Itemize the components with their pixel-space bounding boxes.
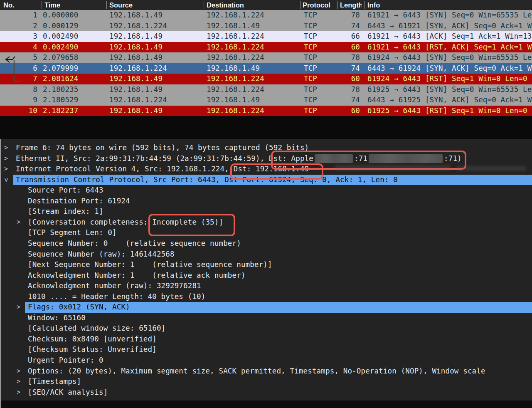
cell-info: 61924 → 6443 [RST] Seq=1 Win=0 Len=0 (367, 74, 532, 84)
chevron-down-icon[interactable]: > (1, 178, 12, 182)
detail-line[interactable]: [Next Sequence Number: 1 (relative seque… (1, 260, 532, 270)
chevron-right-icon[interactable]: > (4, 143, 8, 153)
cell-proto: TCP (304, 74, 317, 84)
column-separator[interactable] (204, 1, 204, 9)
chevron-right-icon[interactable]: > (17, 366, 20, 377)
column-header-destination[interactable]: Destination (207, 0, 298, 10)
packet-row-7[interactable]: 72.081624192.168.1.49192.168.1.224TCP606… (0, 74, 532, 84)
pane-splitter-gap[interactable] (0, 116, 532, 139)
cell-src: 192.168.1.49 (109, 31, 163, 42)
cell-len: 74 (323, 63, 360, 74)
cell-no: 10 (0, 106, 37, 116)
cell-no: 8 (0, 84, 37, 95)
cell-time: 2.079658 (43, 52, 79, 63)
detail-line[interactable]: Acknowledgment Number: 1 (relative ack n… (1, 270, 532, 281)
redaction-smear (335, 165, 451, 171)
cell-src: 192.168.1.224 (109, 95, 167, 106)
detail-line[interactable]: >Options: (20 bytes), Maximum segment si… (1, 366, 532, 377)
detail-line[interactable]: >Internet Protocol Version 4, Src: 192.1… (1, 164, 532, 175)
detail-line[interactable]: Acknowledgment number (raw): 3292976281 (1, 281, 532, 292)
detail-line[interactable]: >[SEQ/ACK analysis] (1, 387, 532, 398)
detail-line[interactable]: [Checksum Status: Unverified] (1, 344, 532, 355)
cell-dst: 192.168.1.224 (207, 10, 264, 21)
redacted-blur (315, 154, 353, 163)
column-separator[interactable] (106, 1, 107, 9)
cell-proto: TCP (304, 21, 317, 32)
detail-text: [TCP Segment Len: 0] (28, 227, 117, 238)
packet-row-8[interactable]: 82.180235192.168.1.49192.168.1.224TCP786… (0, 84, 532, 95)
cell-proto: TCP (304, 42, 317, 53)
wireshark-window: No.TimeSourceDestinationProtocolLengthIn… (0, 0, 532, 408)
detail-line[interactable]: 1010 .... = Header Length: 40 bytes (10) (1, 292, 532, 302)
detail-text: [Calculated window size: 65160] (28, 323, 165, 334)
detail-line[interactable]: >[Conversation completeness: Incomplete … (1, 217, 532, 228)
detail-line[interactable]: >[Timestamps] (1, 376, 532, 387)
detail-line[interactable]: Source Port: 6443 (1, 185, 532, 196)
chevron-right-icon[interactable]: > (17, 387, 20, 398)
cell-len: 78 (323, 52, 360, 63)
detail-line[interactable]: >Frame 6: 74 bytes on wire (592 bits), 7… (1, 143, 532, 153)
cell-dst: 192.168.1.49 (207, 95, 260, 106)
cell-info: 6443 → 61921 [SYN, ACK] Seq=0 Ack=1 Win=… (367, 21, 532, 32)
packet-row-1[interactable]: 10.000000192.168.1.49192.168.1.224TCP786… (0, 10, 532, 21)
detail-line[interactable]: Destination Port: 61924 (1, 196, 532, 207)
column-header-info[interactable]: Info (367, 0, 525, 10)
detail-line[interactable]: >Flags: 0x012 (SYN, ACK) (1, 302, 532, 313)
packet-row-3[interactable]: 30.002490192.168.1.49192.168.1.224TCP666… (0, 31, 532, 42)
detail-line[interactable]: [Stream index: 1] (1, 206, 532, 217)
column-separator[interactable] (365, 1, 365, 9)
detail-text: [Checksum Status: Unverified] (28, 344, 157, 355)
cell-proto: TCP (304, 52, 317, 63)
packet-row-6[interactable]: 62.079999192.168.1.224192.168.1.49TCP746… (0, 63, 532, 74)
detail-line[interactable]: Sequence Number (raw): 1461442568 (1, 249, 532, 260)
column-separator[interactable] (300, 1, 300, 9)
redacted-blur (369, 154, 443, 163)
cell-len: 66 (323, 31, 360, 42)
cell-dst: 192.168.1.224 (207, 74, 264, 84)
chevron-right-icon[interactable]: > (17, 302, 20, 313)
cell-dst: 192.168.1.224 (207, 84, 264, 95)
cell-src: 192.168.1.49 (109, 42, 163, 53)
column-header-time[interactable]: Time (44, 0, 105, 10)
cell-info: 61924 → 6443 [SYN] Seq=0 Win=65535 Len=0… (367, 52, 532, 63)
cell-len: 74 (323, 95, 360, 106)
detail-line[interactable]: >Ethernet II, Src: 2a:99:31:7b:44:59 (2a… (1, 153, 532, 164)
detail-line[interactable]: [Calculated window size: 65160] (1, 323, 532, 334)
column-separator[interactable] (337, 1, 338, 9)
cell-src: 192.168.1.49 (109, 84, 163, 95)
chevron-right-icon[interactable]: > (17, 217, 20, 228)
chevron-right-icon[interactable]: > (17, 376, 20, 387)
packet-row-9[interactable]: 92.180529192.168.1.224192.168.1.49TCP746… (0, 95, 532, 106)
detail-line[interactable]: Sequence Number: 0 (relative sequence nu… (1, 238, 532, 249)
packet-row-5[interactable]: 52.079658192.168.1.49192.168.1.224TCP786… (0, 52, 532, 63)
packet-row-4[interactable]: 40.002490192.168.1.49192.168.1.224TCP606… (0, 42, 532, 53)
detail-text: Frame 6: 74 bytes on wire (592 bits), 74… (16, 143, 309, 153)
cell-src: 192.168.1.224 (109, 63, 167, 74)
column-header-source[interactable]: Source (109, 0, 201, 10)
cell-proto: TCP (304, 10, 317, 21)
detail-text: [Next Sequence Number: 1 (relative seque… (28, 260, 272, 270)
cell-proto: TCP (304, 106, 317, 116)
details-bottom-strip (1, 401, 532, 408)
detail-line[interactable]: [TCP Segment Len: 0] (1, 227, 532, 238)
chevron-right-icon[interactable]: > (4, 153, 8, 164)
detail-text: Acknowledgment number (raw): 3292976281 (28, 281, 201, 292)
detail-line[interactable]: Checksum: 0x8490 [unverified] (1, 334, 532, 345)
cell-time: 2.180235 (43, 84, 79, 95)
cell-info: 6443 → 61924 [SYN, ACK] Seq=0 Ack=1 Win=… (367, 63, 532, 74)
column-header-protocol[interactable]: Protocol (303, 0, 336, 10)
cell-info: 61925 → 6443 [RST] Seq=1 Win=0 Len=0 (367, 106, 532, 116)
detail-text: Sequence Number: 0 (relative sequence nu… (28, 238, 241, 249)
cell-dst: 192.168.1.224 (207, 106, 264, 116)
detail-text-segment: Dst: Apple (269, 153, 313, 164)
column-header-length[interactable]: Length (340, 0, 362, 10)
cell-len: 78 (323, 10, 360, 21)
column-header-no[interactable]: No. (3, 0, 40, 10)
detail-line[interactable]: >Transmission Control Protocol, Src Port… (1, 175, 532, 185)
column-separator[interactable] (42, 1, 42, 9)
detail-line[interactable]: Urgent Pointer: 0 (1, 355, 532, 366)
packet-row-10[interactable]: 102.182237192.168.1.49192.168.1.224TCP60… (0, 106, 532, 116)
packet-row-2[interactable]: 20.000129192.168.1.224192.168.1.49TCP746… (0, 21, 532, 32)
chevron-right-icon[interactable]: > (4, 164, 8, 175)
detail-line[interactable]: Window: 65160 (1, 313, 532, 324)
